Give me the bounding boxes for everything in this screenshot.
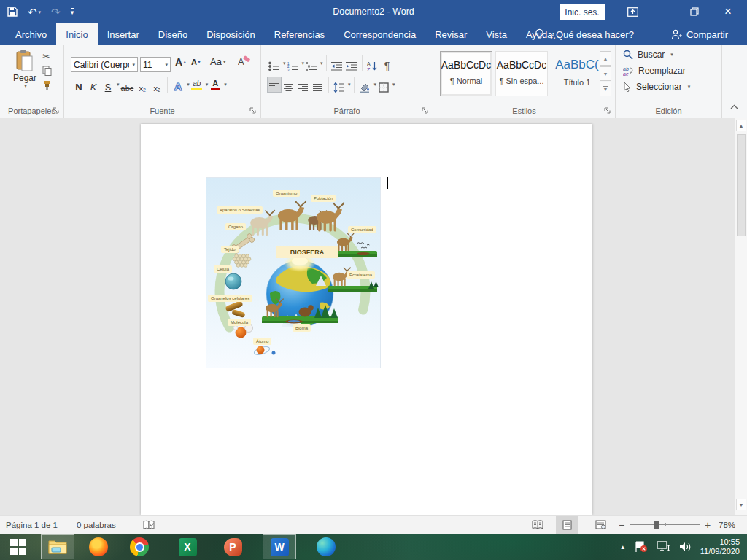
clear-formatting-button[interactable]: A [238, 55, 251, 67]
scroll-up-button[interactable]: ▲ [736, 120, 746, 131]
bold-button[interactable]: N [71, 77, 86, 93]
borders-dropdown[interactable]: ▾ [392, 82, 395, 88]
underline-button[interactable]: S [101, 77, 115, 93]
vertical-scrollbar[interactable]: ▲ ▼ [735, 118, 747, 515]
group-parrafo: ▾ 123▾ ▾ AZ ¶ ▾ ▾ ▾ Párrafo [261, 45, 433, 118]
tab-disposicion[interactable]: Disposición [197, 23, 264, 45]
sort-button[interactable]: AZ [365, 55, 380, 71]
tab-vista[interactable]: Vista [476, 23, 516, 45]
tab-inicio[interactable]: Inicio [56, 23, 97, 45]
paste-button[interactable]: Pegar ▾ [9, 50, 41, 89]
share-button[interactable]: Compartir [671, 23, 728, 45]
multilevel-dropdown[interactable]: ▾ [320, 61, 323, 66]
increase-indent-button[interactable] [344, 55, 359, 71]
powerpoint-icon[interactable]: P [216, 534, 249, 559]
security-flag-icon[interactable] [635, 541, 648, 553]
clock[interactable]: 10:55 11/09/2020 [700, 537, 740, 556]
font-color-button[interactable]: A [208, 77, 222, 93]
scroll-thumb[interactable] [737, 134, 746, 236]
styles-gallery-more[interactable]: ▼ [600, 82, 611, 96]
copy-icon[interactable] [42, 66, 52, 76]
show-marks-button[interactable]: ¶ [380, 55, 395, 71]
collapse-ribbon-icon[interactable] [729, 104, 739, 110]
style-normal[interactable]: AaBbCcDc ¶ Normal [440, 51, 492, 96]
word-count[interactable]: 0 palabras [77, 516, 116, 534]
tab-revisar[interactable]: Revisar [425, 23, 476, 45]
restore-button[interactable] [678, 0, 711, 23]
start-button[interactable] [1, 534, 35, 559]
find-button[interactable]: Buscar▾ [623, 48, 721, 61]
biosfera-image[interactable]: Organismo Población Aparatos o Sistemas … [206, 177, 381, 368]
justify-button[interactable] [311, 77, 325, 93]
estilos-dialog-launcher[interactable] [604, 107, 611, 114]
firefox-icon[interactable] [82, 534, 115, 559]
grow-font-button[interactable]: A▲ [175, 56, 187, 68]
decrease-indent-button[interactable] [330, 55, 344, 71]
style-sin-espaciado[interactable]: AaBbCcDc ¶ Sin espa... [495, 51, 548, 96]
font-name-combo[interactable]: Calibri (Cuerpo▾ [71, 57, 138, 72]
portapapeles-dialog-launcher[interactable] [53, 107, 60, 114]
zoom-slider-thumb[interactable] [654, 521, 659, 529]
label-tejido: Tejido [221, 246, 239, 253]
borders-button[interactable] [376, 77, 391, 93]
tab-diseno[interactable]: Diseño [149, 23, 197, 45]
multilevel-list-button[interactable] [304, 55, 319, 71]
parrafo-dialog-launcher[interactable] [422, 107, 429, 114]
change-case-button[interactable]: Aa▾ [210, 56, 225, 67]
highlight-button[interactable]: ab [190, 77, 204, 93]
tab-correspondencia[interactable]: Correspondencia [334, 23, 425, 45]
numbering-button[interactable]: 123 [286, 55, 301, 71]
print-layout-button[interactable] [556, 516, 578, 534]
tray-expand-icon[interactable]: ▲ [620, 544, 626, 551]
zoom-out-button[interactable]: − [619, 516, 624, 534]
excel-icon[interactable]: X [171, 534, 204, 559]
web-layout-button[interactable] [589, 516, 611, 534]
chrome-icon[interactable] [123, 534, 156, 559]
zoom-in-button[interactable]: + [705, 516, 711, 534]
ribbon-display-options-icon[interactable] [616, 0, 649, 23]
tell-me-box[interactable]: ¿Qué desea hacer? [535, 23, 634, 45]
proofing-icon[interactable] [143, 516, 155, 534]
fuente-dialog-launcher[interactable] [249, 107, 257, 114]
replace-button[interactable]: abac Reemplazar [623, 64, 721, 77]
styles-scroll-down[interactable]: ▼ [600, 66, 611, 81]
network-icon[interactable] [657, 541, 670, 553]
word-taskbar-icon[interactable]: W [263, 534, 296, 559]
edge-icon[interactable] [309, 534, 343, 559]
bullets-button[interactable] [267, 55, 282, 71]
select-button[interactable]: Seleccionar▾ [623, 80, 721, 93]
font-color-dropdown[interactable]: ▾ [224, 82, 227, 88]
tab-referencias[interactable]: Referencias [265, 23, 334, 45]
font-size-combo[interactable]: 11▾ [140, 57, 171, 72]
format-painter-icon[interactable] [42, 80, 53, 90]
styles-scroll-up[interactable]: ▲ [600, 51, 611, 66]
scroll-down-button[interactable]: ▼ [736, 499, 746, 510]
page-indicator[interactable]: Página 1 de 1 [6, 516, 58, 534]
document-page[interactable]: Organismo Población Aparatos o Sistemas … [141, 124, 592, 515]
zoom-slider[interactable] [630, 516, 700, 534]
minimize-button[interactable]: ─ [646, 0, 678, 23]
subscript-button[interactable]: x2 [135, 77, 150, 93]
volume-icon[interactable] [679, 541, 692, 553]
align-right-button[interactable] [296, 77, 311, 93]
paste-dropdown[interactable]: ▾ [10, 83, 41, 89]
text-effects-button[interactable]: A [171, 77, 185, 93]
read-mode-button[interactable] [527, 516, 549, 534]
tab-archivo[interactable]: Archivo [6, 23, 56, 45]
superscript-button[interactable]: x2 [150, 77, 164, 93]
italic-button[interactable]: K [86, 77, 101, 93]
file-explorer-icon[interactable] [41, 534, 74, 559]
close-button[interactable]: × [712, 0, 744, 23]
style-titulo1[interactable]: AaBbC( Título 1 [551, 51, 603, 96]
tab-insertar[interactable]: Insertar [98, 23, 149, 45]
shrink-font-button[interactable]: A▼ [191, 58, 201, 66]
sign-in-button[interactable]: Inic. ses. [560, 4, 605, 20]
align-left-button[interactable] [267, 77, 282, 93]
zoom-level[interactable]: 78% [719, 516, 735, 534]
line-spacing-dropdown[interactable]: ▾ [348, 82, 351, 88]
line-spacing-button[interactable] [332, 77, 347, 93]
align-center-button[interactable] [282, 77, 296, 93]
shading-button[interactable] [357, 77, 373, 93]
strikethrough-button[interactable]: abc [120, 77, 136, 93]
cut-icon[interactable]: ✂ [42, 51, 50, 62]
